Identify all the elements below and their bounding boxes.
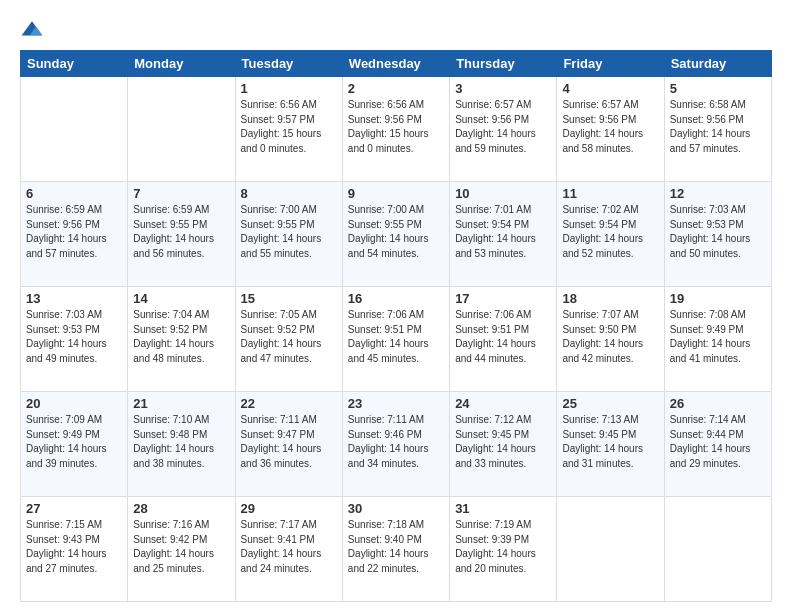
calendar-cell bbox=[664, 497, 771, 602]
calendar-header-row: SundayMondayTuesdayWednesdayThursdayFrid… bbox=[21, 51, 772, 77]
calendar-week-1: 1Sunrise: 6:56 AM Sunset: 9:57 PM Daylig… bbox=[21, 77, 772, 182]
day-info: Sunrise: 7:00 AM Sunset: 9:55 PM Dayligh… bbox=[241, 203, 337, 261]
weekday-header-wednesday: Wednesday bbox=[342, 51, 449, 77]
day-number: 21 bbox=[133, 396, 229, 411]
day-number: 29 bbox=[241, 501, 337, 516]
calendar-week-3: 13Sunrise: 7:03 AM Sunset: 9:53 PM Dayli… bbox=[21, 287, 772, 392]
day-info: Sunrise: 7:06 AM Sunset: 9:51 PM Dayligh… bbox=[455, 308, 551, 366]
day-info: Sunrise: 7:11 AM Sunset: 9:46 PM Dayligh… bbox=[348, 413, 444, 471]
calendar-cell: 11Sunrise: 7:02 AM Sunset: 9:54 PM Dayli… bbox=[557, 182, 664, 287]
day-number: 30 bbox=[348, 501, 444, 516]
day-info: Sunrise: 7:10 AM Sunset: 9:48 PM Dayligh… bbox=[133, 413, 229, 471]
calendar-cell: 16Sunrise: 7:06 AM Sunset: 9:51 PM Dayli… bbox=[342, 287, 449, 392]
day-info: Sunrise: 7:04 AM Sunset: 9:52 PM Dayligh… bbox=[133, 308, 229, 366]
day-number: 12 bbox=[670, 186, 766, 201]
day-number: 4 bbox=[562, 81, 658, 96]
calendar-cell: 4Sunrise: 6:57 AM Sunset: 9:56 PM Daylig… bbox=[557, 77, 664, 182]
calendar-cell: 9Sunrise: 7:00 AM Sunset: 9:55 PM Daylig… bbox=[342, 182, 449, 287]
day-number: 13 bbox=[26, 291, 122, 306]
header bbox=[20, 18, 772, 42]
weekday-header-thursday: Thursday bbox=[450, 51, 557, 77]
page: SundayMondayTuesdayWednesdayThursdayFrid… bbox=[0, 0, 792, 612]
logo-icon bbox=[20, 18, 44, 42]
day-number: 11 bbox=[562, 186, 658, 201]
day-number: 19 bbox=[670, 291, 766, 306]
calendar-cell: 5Sunrise: 6:58 AM Sunset: 9:56 PM Daylig… bbox=[664, 77, 771, 182]
day-info: Sunrise: 7:16 AM Sunset: 9:42 PM Dayligh… bbox=[133, 518, 229, 576]
day-info: Sunrise: 7:15 AM Sunset: 9:43 PM Dayligh… bbox=[26, 518, 122, 576]
day-info: Sunrise: 6:59 AM Sunset: 9:55 PM Dayligh… bbox=[133, 203, 229, 261]
calendar-cell: 3Sunrise: 6:57 AM Sunset: 9:56 PM Daylig… bbox=[450, 77, 557, 182]
day-number: 31 bbox=[455, 501, 551, 516]
day-info: Sunrise: 7:08 AM Sunset: 9:49 PM Dayligh… bbox=[670, 308, 766, 366]
calendar-cell: 22Sunrise: 7:11 AM Sunset: 9:47 PM Dayli… bbox=[235, 392, 342, 497]
weekday-header-tuesday: Tuesday bbox=[235, 51, 342, 77]
day-number: 24 bbox=[455, 396, 551, 411]
day-info: Sunrise: 7:14 AM Sunset: 9:44 PM Dayligh… bbox=[670, 413, 766, 471]
calendar-cell: 20Sunrise: 7:09 AM Sunset: 9:49 PM Dayli… bbox=[21, 392, 128, 497]
day-info: Sunrise: 6:59 AM Sunset: 9:56 PM Dayligh… bbox=[26, 203, 122, 261]
calendar-cell: 30Sunrise: 7:18 AM Sunset: 9:40 PM Dayli… bbox=[342, 497, 449, 602]
calendar-cell: 6Sunrise: 6:59 AM Sunset: 9:56 PM Daylig… bbox=[21, 182, 128, 287]
calendar-cell: 27Sunrise: 7:15 AM Sunset: 9:43 PM Dayli… bbox=[21, 497, 128, 602]
day-info: Sunrise: 6:56 AM Sunset: 9:57 PM Dayligh… bbox=[241, 98, 337, 156]
day-number: 10 bbox=[455, 186, 551, 201]
calendar-cell: 8Sunrise: 7:00 AM Sunset: 9:55 PM Daylig… bbox=[235, 182, 342, 287]
calendar-cell: 17Sunrise: 7:06 AM Sunset: 9:51 PM Dayli… bbox=[450, 287, 557, 392]
day-info: Sunrise: 7:00 AM Sunset: 9:55 PM Dayligh… bbox=[348, 203, 444, 261]
calendar-cell: 2Sunrise: 6:56 AM Sunset: 9:56 PM Daylig… bbox=[342, 77, 449, 182]
day-info: Sunrise: 6:57 AM Sunset: 9:56 PM Dayligh… bbox=[455, 98, 551, 156]
weekday-header-monday: Monday bbox=[128, 51, 235, 77]
day-info: Sunrise: 7:05 AM Sunset: 9:52 PM Dayligh… bbox=[241, 308, 337, 366]
calendar-cell: 12Sunrise: 7:03 AM Sunset: 9:53 PM Dayli… bbox=[664, 182, 771, 287]
calendar-cell: 18Sunrise: 7:07 AM Sunset: 9:50 PM Dayli… bbox=[557, 287, 664, 392]
calendar-cell: 31Sunrise: 7:19 AM Sunset: 9:39 PM Dayli… bbox=[450, 497, 557, 602]
day-number: 20 bbox=[26, 396, 122, 411]
day-number: 6 bbox=[26, 186, 122, 201]
day-number: 18 bbox=[562, 291, 658, 306]
day-info: Sunrise: 7:17 AM Sunset: 9:41 PM Dayligh… bbox=[241, 518, 337, 576]
day-number: 5 bbox=[670, 81, 766, 96]
day-number: 28 bbox=[133, 501, 229, 516]
day-info: Sunrise: 7:03 AM Sunset: 9:53 PM Dayligh… bbox=[26, 308, 122, 366]
day-number: 9 bbox=[348, 186, 444, 201]
day-number: 27 bbox=[26, 501, 122, 516]
day-number: 15 bbox=[241, 291, 337, 306]
calendar-cell: 28Sunrise: 7:16 AM Sunset: 9:42 PM Dayli… bbox=[128, 497, 235, 602]
calendar-cell bbox=[557, 497, 664, 602]
calendar-cell bbox=[128, 77, 235, 182]
calendar-cell: 21Sunrise: 7:10 AM Sunset: 9:48 PM Dayli… bbox=[128, 392, 235, 497]
calendar-cell: 13Sunrise: 7:03 AM Sunset: 9:53 PM Dayli… bbox=[21, 287, 128, 392]
day-number: 22 bbox=[241, 396, 337, 411]
day-info: Sunrise: 6:57 AM Sunset: 9:56 PM Dayligh… bbox=[562, 98, 658, 156]
day-info: Sunrise: 6:58 AM Sunset: 9:56 PM Dayligh… bbox=[670, 98, 766, 156]
day-number: 7 bbox=[133, 186, 229, 201]
day-info: Sunrise: 7:13 AM Sunset: 9:45 PM Dayligh… bbox=[562, 413, 658, 471]
calendar-cell: 10Sunrise: 7:01 AM Sunset: 9:54 PM Dayli… bbox=[450, 182, 557, 287]
day-info: Sunrise: 7:06 AM Sunset: 9:51 PM Dayligh… bbox=[348, 308, 444, 366]
calendar-cell: 7Sunrise: 6:59 AM Sunset: 9:55 PM Daylig… bbox=[128, 182, 235, 287]
calendar-cell: 26Sunrise: 7:14 AM Sunset: 9:44 PM Dayli… bbox=[664, 392, 771, 497]
day-number: 8 bbox=[241, 186, 337, 201]
calendar-week-4: 20Sunrise: 7:09 AM Sunset: 9:49 PM Dayli… bbox=[21, 392, 772, 497]
calendar-cell: 19Sunrise: 7:08 AM Sunset: 9:49 PM Dayli… bbox=[664, 287, 771, 392]
day-number: 1 bbox=[241, 81, 337, 96]
day-info: Sunrise: 7:11 AM Sunset: 9:47 PM Dayligh… bbox=[241, 413, 337, 471]
calendar-cell: 25Sunrise: 7:13 AM Sunset: 9:45 PM Dayli… bbox=[557, 392, 664, 497]
day-number: 2 bbox=[348, 81, 444, 96]
calendar-cell: 23Sunrise: 7:11 AM Sunset: 9:46 PM Dayli… bbox=[342, 392, 449, 497]
day-info: Sunrise: 7:03 AM Sunset: 9:53 PM Dayligh… bbox=[670, 203, 766, 261]
weekday-header-saturday: Saturday bbox=[664, 51, 771, 77]
day-number: 26 bbox=[670, 396, 766, 411]
calendar-week-5: 27Sunrise: 7:15 AM Sunset: 9:43 PM Dayli… bbox=[21, 497, 772, 602]
day-number: 14 bbox=[133, 291, 229, 306]
weekday-header-friday: Friday bbox=[557, 51, 664, 77]
day-number: 25 bbox=[562, 396, 658, 411]
day-info: Sunrise: 7:02 AM Sunset: 9:54 PM Dayligh… bbox=[562, 203, 658, 261]
weekday-header-sunday: Sunday bbox=[21, 51, 128, 77]
day-number: 23 bbox=[348, 396, 444, 411]
calendar-cell: 1Sunrise: 6:56 AM Sunset: 9:57 PM Daylig… bbox=[235, 77, 342, 182]
calendar-table: SundayMondayTuesdayWednesdayThursdayFrid… bbox=[20, 50, 772, 602]
calendar-cell: 14Sunrise: 7:04 AM Sunset: 9:52 PM Dayli… bbox=[128, 287, 235, 392]
day-info: Sunrise: 7:19 AM Sunset: 9:39 PM Dayligh… bbox=[455, 518, 551, 576]
